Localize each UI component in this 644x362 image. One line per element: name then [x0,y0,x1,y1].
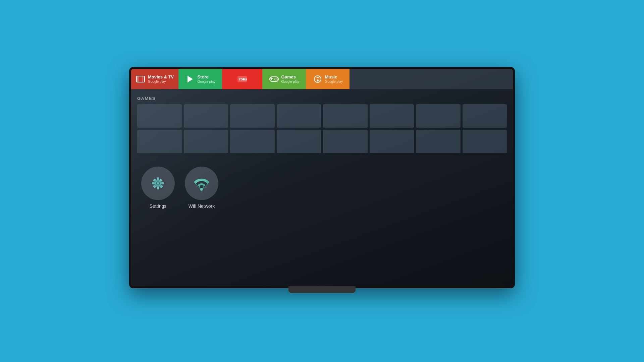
tv-wrapper: Movies & TV Google play Store Google [129,67,515,295]
game-tile[interactable] [463,130,507,153]
game-tile[interactable] [416,104,461,128]
games-sub: Google play [281,80,299,84]
games-icon [269,74,279,84]
wifi-network-item[interactable]: Wifi Network [185,167,218,209]
games-name: Games [281,74,299,80]
svg-rect-20 [157,187,159,189]
game-tile[interactable] [277,130,321,153]
app-tile-empty-1 [350,69,404,89]
games-grid [137,104,507,153]
movies-icon [136,74,145,84]
music-name: Music [325,74,343,80]
app-tile-games[interactable]: Games Google play [262,69,306,89]
svg-point-13 [275,80,276,81]
app-tile-movies[interactable]: Movies & TV Google play [131,69,178,89]
game-tile[interactable] [230,104,275,128]
svg-rect-3 [142,76,143,82]
game-tile[interactable] [230,130,275,153]
movies-name: Movies & TV [148,74,174,80]
app-tile-empty-2 [404,69,459,89]
tv-stand [288,286,356,293]
settings-label: Settings [150,203,167,209]
games-section-title: GAMES [137,96,507,101]
game-tile[interactable] [137,130,182,153]
svg-rect-22 [161,182,164,184]
youtube-icon: You Tube [237,74,247,84]
wifi-label: Wifi Network [189,203,215,209]
game-tile[interactable] [416,130,461,153]
svg-rect-2 [138,76,139,82]
game-tile[interactable] [323,130,368,153]
music-sub: Google play [325,80,343,84]
app-tile-music[interactable]: Music Google play [306,69,350,89]
game-tile[interactable] [184,104,228,128]
app-tile-youtube[interactable]: You Tube [222,69,262,89]
store-icon [185,74,195,84]
game-tile[interactable] [323,104,368,128]
app-tile-store[interactable]: Store Google play [178,69,222,89]
tv-screen: Movies & TV Google play Store Google [131,69,513,286]
svg-rect-1 [137,76,138,82]
movies-sub: Google play [148,80,174,84]
game-tile[interactable] [370,130,414,153]
wifi-icon [193,176,211,191]
svg-text:Tube: Tube [243,77,247,81]
games-section: GAMES [131,89,513,157]
settings-item[interactable]: Settings [141,167,175,209]
svg-point-12 [277,79,278,80]
svg-rect-21 [152,182,155,184]
app-tile-empty-3 [459,69,513,89]
svg-rect-19 [157,177,159,180]
settings-circle [141,167,175,200]
svg-point-14 [274,79,275,80]
store-name: Store [198,74,215,80]
svg-point-11 [275,78,276,79]
music-icon [313,74,322,84]
svg-point-16 [317,79,319,81]
game-tile[interactable] [277,104,321,128]
top-bar: Movies & TV Google play Store Google [131,69,513,89]
svg-point-27 [200,188,203,191]
svg-point-18 [157,182,159,185]
game-tile[interactable] [370,104,414,128]
gear-icon [148,174,168,193]
wifi-circle [185,167,218,200]
store-sub: Google play [198,80,215,84]
bottom-section: Settings [131,157,513,216]
game-tile[interactable] [184,130,228,153]
tv-frame: Movies & TV Google play Store Google [129,67,515,288]
game-tile[interactable] [137,104,182,128]
game-tile[interactable] [463,104,507,128]
svg-marker-4 [187,76,193,82]
